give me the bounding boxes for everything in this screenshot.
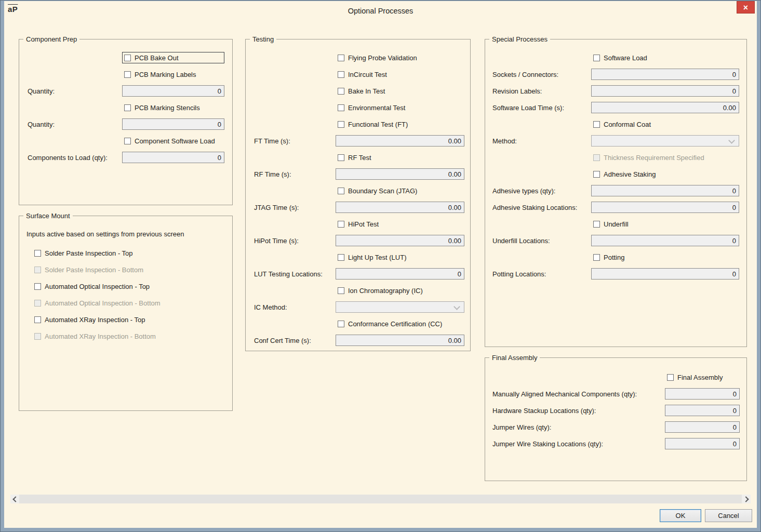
sockets-connectors-field[interactable] [591, 69, 739, 80]
scroll-left-button[interactable] [10, 495, 19, 503]
final-assembly-checkbox[interactable]: Final Assembly [665, 371, 740, 383]
checkbox-icon[interactable] [124, 138, 131, 144]
ok-button[interactable]: OK [660, 509, 701, 522]
checkbox-icon[interactable] [34, 283, 41, 290]
adhesive-staking-checkbox[interactable]: Adhesive Staking [591, 168, 739, 180]
checkbox-icon[interactable] [338, 154, 344, 161]
ic-method-dropdown[interactable] [336, 301, 464, 313]
adhesive-staking-locations-field[interactable] [591, 202, 739, 213]
jumper-wire-staking-label: Jumper Wire Staking Locations (qty): [492, 440, 603, 448]
lut-testing-locations-field[interactable] [336, 268, 464, 280]
group-component-prep: Component Prep PCB Bake Out PCB Marking … [19, 39, 233, 205]
jumper-wire-staking-field[interactable] [665, 438, 740, 449]
environmental-test-checkbox[interactable]: Environmental Test [336, 102, 464, 113]
checkbox-icon[interactable] [338, 104, 344, 111]
method-label: Method: [492, 137, 517, 145]
quantity-labels-field[interactable] [122, 85, 224, 97]
checkbox-icon [593, 154, 600, 161]
checkbox-icon[interactable] [593, 171, 600, 178]
checkbox-icon[interactable] [124, 55, 131, 61]
group-title-final-assembly: Final Assembly [489, 353, 540, 362]
hipot-test-checkbox[interactable]: HiPot Test [336, 218, 464, 230]
checkbox-icon[interactable] [593, 221, 600, 228]
checkbox-icon[interactable] [338, 55, 344, 61]
components-to-load-field[interactable] [122, 152, 224, 163]
jtag-time-field[interactable] [336, 202, 464, 213]
solder-paste-inspection-top-checkbox[interactable]: Solder Paste Inspection - Top [34, 247, 133, 259]
underfill-locations-label: Underfill Locations: [492, 237, 550, 245]
ft-time-field[interactable] [336, 135, 464, 147]
checkbox-icon[interactable] [338, 88, 344, 95]
component-software-load-checkbox[interactable]: Component Software Load [122, 135, 224, 147]
revision-labels-field[interactable] [591, 85, 739, 97]
pcb-marking-stencils-checkbox[interactable]: PCB Marking Stencils [122, 102, 224, 113]
close-button[interactable]: × [737, 1, 755, 14]
pcb-bake-out-checkbox[interactable]: PCB Bake Out [122, 52, 224, 63]
adhesive-types-field[interactable] [591, 185, 739, 196]
manually-aligned-field[interactable] [665, 388, 740, 400]
row-hipot-test: HiPot Test [246, 216, 470, 232]
conf-cert-time-label: Conf Cert Time (s): [254, 337, 311, 344]
checkbox-icon[interactable] [338, 321, 344, 327]
jumper-wires-field[interactable] [665, 421, 740, 433]
checkbox-icon[interactable] [338, 221, 344, 228]
boundary-scan-jtag-checkbox[interactable]: Boundary Scan (JTAG) [336, 185, 464, 196]
row-adhesive-staking: Adhesive Staking [485, 166, 746, 182]
checkbox-icon[interactable] [338, 287, 344, 294]
row-flying-probe: Flying Probe Validation [246, 49, 470, 66]
quantity-stencils-field[interactable] [122, 118, 224, 130]
pcb-marking-labels-checkbox[interactable]: PCB Marking Labels [122, 69, 224, 80]
automated-optical-inspection-top-checkbox[interactable]: Automated Optical Inspection - Top [34, 281, 150, 292]
method-dropdown[interactable] [591, 135, 739, 147]
checkbox-icon[interactable] [124, 104, 131, 111]
ion-chromatography-checkbox[interactable]: Ion Chromatography (IC) [336, 285, 464, 296]
conformal-coat-checkbox[interactable]: Conformal Coat [591, 118, 739, 130]
rf-time-field[interactable] [336, 168, 464, 180]
rf-test-checkbox[interactable]: RF Test [336, 152, 464, 163]
horizontal-scrollbar[interactable] [10, 495, 751, 503]
conformance-certification-checkbox[interactable]: Conformance Certification (CC) [336, 318, 464, 329]
potting-locations-field[interactable] [591, 268, 739, 280]
functional-test-checkbox[interactable]: Functional Test (FT) [336, 118, 464, 130]
checkbox-icon[interactable] [124, 71, 131, 78]
checkbox-icon[interactable] [338, 121, 344, 128]
software-load-time-field[interactable] [591, 102, 739, 113]
checkbox-icon[interactable] [593, 55, 600, 61]
automated-xray-inspection-top-checkbox[interactable]: Automated XRay Inspection - Top [34, 314, 145, 325]
row-revision-labels: Revision Labels: [485, 83, 746, 99]
hardware-stackup-field[interactable] [665, 405, 740, 416]
potting-locations-label: Potting Locations: [492, 270, 546, 278]
automated-xray-inspection-bottom-label: Automated XRay Inspection - Bottom [45, 332, 156, 340]
horizontal-scrollbar-thumb[interactable] [19, 495, 742, 503]
scroll-right-button[interactable] [742, 495, 751, 503]
light-up-test-checkbox[interactable]: Light Up Test (LUT) [336, 251, 464, 263]
software-load-checkbox[interactable]: Software Load [591, 52, 739, 63]
incircuit-test-checkbox[interactable]: InCircuit Test [336, 69, 464, 80]
dialog-title: Optional Processes [4, 1, 757, 21]
checkbox-icon[interactable] [34, 316, 41, 323]
flying-probe-validation-checkbox[interactable]: Flying Probe Validation [336, 52, 464, 63]
conf-cert-time-field[interactable] [336, 335, 464, 346]
row-conf-cert-time: Conf Cert Time (s): [246, 332, 470, 349]
bake-in-test-checkbox[interactable]: Bake In Test [336, 85, 464, 97]
incircuit-test-label: InCircuit Test [348, 71, 387, 78]
underfill-locations-field[interactable] [591, 235, 739, 246]
row-aoi-top: Automated Optical Inspection - Top [19, 278, 232, 295]
checkbox-icon[interactable] [338, 254, 344, 261]
row-jtag-time: JTAG Time (s): [246, 199, 470, 216]
potting-checkbox[interactable]: Potting [591, 251, 739, 263]
row-hipot-time: HiPot Time (s): [246, 232, 470, 249]
checkbox-icon[interactable] [667, 374, 674, 381]
checkbox-icon[interactable] [338, 71, 344, 78]
checkbox-icon[interactable] [338, 188, 344, 194]
checkbox-icon[interactable] [593, 254, 600, 261]
hipot-time-field[interactable] [336, 235, 464, 246]
thickness-requirement-label: Thickness Requirement Specified [604, 154, 704, 162]
underfill-checkbox[interactable]: Underfill [591, 218, 739, 230]
quantity-stencils-label: Quantity: [28, 121, 55, 128]
checkbox-icon[interactable] [34, 250, 41, 257]
cancel-button[interactable]: Cancel [705, 509, 752, 522]
chevron-left-icon [12, 496, 18, 502]
rf-test-label: RF Test [348, 154, 371, 162]
checkbox-icon[interactable] [593, 121, 600, 128]
